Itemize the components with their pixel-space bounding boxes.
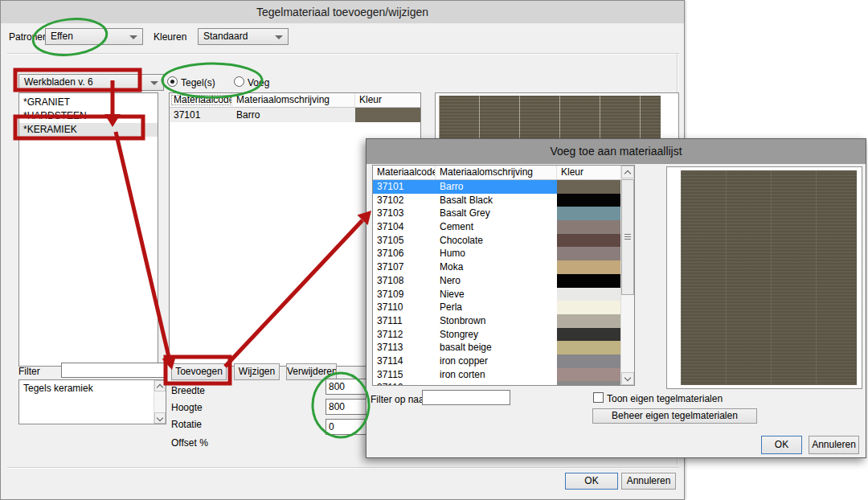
color-cell: [557, 180, 621, 194]
toevoegen-button[interactable]: Toevoegen: [171, 363, 227, 380]
filter-input[interactable]: [61, 363, 166, 378]
beheer-eigen-button[interactable]: Beheer eigen tegelmaterialen: [592, 408, 757, 424]
color-swatch: [557, 247, 621, 260]
material-code: 37112: [373, 328, 436, 342]
material-row[interactable]: 37101Barro: [170, 108, 420, 122]
hoogte-label: Hoogte: [171, 400, 203, 416]
material-code: 37113: [373, 341, 436, 355]
material-code: 37107: [373, 260, 436, 274]
material-row[interactable]: 37106Humo: [373, 247, 621, 260]
scroll-up-button[interactable]: [154, 380, 166, 391]
library-combobox[interactable]: Werkbladen v. 6: [18, 74, 164, 91]
main-ok-button[interactable]: OK: [565, 473, 618, 490]
rotatie-input[interactable]: [326, 419, 371, 435]
material-row[interactable]: 37102Basalt Black: [373, 194, 621, 207]
color-cell: [557, 220, 621, 234]
overlay-ok-button[interactable]: OK: [761, 436, 802, 454]
hoogte-input[interactable]: [326, 399, 371, 415]
scrollbar-thumb[interactable]: [621, 179, 634, 295]
verwijderen-button[interactable]: Verwijderen: [286, 363, 337, 380]
kleuren-combobox[interactable]: Standaard: [198, 28, 289, 45]
column-header-materiaalomschrijving[interactable]: Materiaalomschrijving: [436, 166, 557, 179]
column-header-kleur[interactable]: Kleur: [355, 93, 420, 107]
material-row[interactable]: 37105Chocolate: [373, 234, 621, 248]
patronen-label: Patronen: [9, 29, 48, 45]
material-row[interactable]: 37115iron corten: [373, 368, 621, 382]
material-row[interactable]: 37116: [373, 381, 621, 386]
material-code: 37101: [373, 180, 436, 194]
filter-op-naam-input[interactable]: [422, 390, 510, 405]
material-row[interactable]: 37107Moka: [373, 260, 621, 274]
color-swatch: [557, 355, 621, 368]
material-code: 37108: [373, 274, 436, 288]
material-row[interactable]: 37113basalt beige: [373, 341, 621, 355]
material-code: 37102: [373, 194, 436, 207]
color-cell: [557, 247, 621, 260]
color-swatch: [557, 314, 621, 328]
radio-voeg[interactable]: [234, 76, 244, 87]
filter-label: Filter: [18, 363, 40, 379]
radio-voeg-label: Voeg: [248, 75, 269, 91]
overlay-annuleren-button[interactable]: Annuleren: [809, 436, 859, 454]
material-row[interactable]: 37108Nero: [373, 274, 621, 288]
color-swatch: [557, 220, 621, 234]
material-table-header: Materiaalcode Materiaalomschrijving Kleu…: [170, 93, 420, 108]
material-row[interactable]: 37103Basalt Grey: [373, 207, 621, 220]
material-name: Stonbrown: [436, 314, 557, 328]
chevron-down-icon: [275, 35, 283, 39]
column-header-materiaalcode[interactable]: Materiaalcode: [170, 93, 232, 107]
color-cell: [557, 381, 621, 386]
material-name: Basalt Grey: [436, 207, 557, 220]
material-row[interactable]: 37111Stonbrown: [373, 314, 621, 328]
material-row[interactable]: 37110Perla: [373, 301, 621, 314]
category-list: *GRANIET*HARDSTEEN*KERAMIEK: [18, 92, 158, 367]
color-cell: [557, 260, 621, 274]
kleuren-value: Standaard: [203, 31, 248, 42]
material-name: [436, 381, 557, 386]
color-cell: [557, 341, 621, 355]
material-code: 37109: [373, 288, 436, 301]
material-name: Nero: [436, 274, 557, 288]
column-header-kleur[interactable]: Kleur: [557, 166, 621, 179]
radio-tegels[interactable]: [167, 76, 178, 87]
materials-scrollbar[interactable]: [620, 166, 634, 385]
color-cell: [557, 328, 621, 342]
library-value: Werkbladen v. 6: [24, 76, 93, 88]
patronen-value: Effen: [51, 31, 73, 42]
material-name: Stongrey: [436, 328, 557, 342]
description-item[interactable]: Tegels keramiek: [23, 383, 154, 394]
material-row[interactable]: 37109Nieve: [373, 288, 621, 301]
column-header-materiaalcode[interactable]: Materiaalcode: [373, 166, 436, 179]
toon-eigen-checkbox[interactable]: [593, 392, 604, 403]
scroll-up-button[interactable]: [621, 166, 634, 178]
scroll-down-button[interactable]: [154, 412, 166, 424]
offset-label: Offset %: [171, 435, 208, 451]
materials-table-body: 37101Barro37102Basalt Black37103Basalt G…: [373, 180, 621, 386]
category-item[interactable]: *KERAMIEK: [19, 123, 158, 137]
scroll-down-button[interactable]: [621, 372, 634, 385]
column-header-materiaalomschrijving[interactable]: Materiaalomschrijving: [232, 93, 355, 107]
material-row[interactable]: 37112Stongrey: [373, 328, 621, 342]
material-name: Perla: [436, 301, 557, 314]
rotatie-label: Rotatie: [171, 416, 202, 432]
materials-table: Materiaalcode Materiaalomschrijving Kleu…: [372, 165, 635, 386]
wijzigen-button[interactable]: Wijzigen: [234, 363, 280, 380]
breedte-input[interactable]: [326, 379, 371, 395]
category-item[interactable]: *GRANIET: [19, 96, 158, 109]
patronen-combobox[interactable]: Effen: [45, 28, 143, 45]
breedte-label: Breedte: [171, 383, 205, 399]
materials-table-header: Materiaalcode Materiaalomschrijving Kleu…: [373, 166, 621, 180]
category-item[interactable]: *HARDSTEEN: [19, 109, 158, 123]
material-code: 37106: [373, 247, 436, 260]
material-row[interactable]: 37101Barro: [373, 180, 621, 194]
material-code: 37111: [373, 314, 436, 328]
description-scrollbar[interactable]: [154, 380, 166, 424]
material-row[interactable]: 37104Cement: [373, 220, 621, 234]
tile-preview-overlay: [666, 166, 862, 389]
color-swatch: [557, 381, 621, 386]
material-code: 37103: [373, 207, 436, 220]
main-annuleren-button[interactable]: Annuleren: [621, 473, 676, 490]
material-row[interactable]: 37114iron copper: [373, 355, 621, 368]
color-cell: [355, 108, 420, 122]
color-cell: [557, 234, 621, 248]
